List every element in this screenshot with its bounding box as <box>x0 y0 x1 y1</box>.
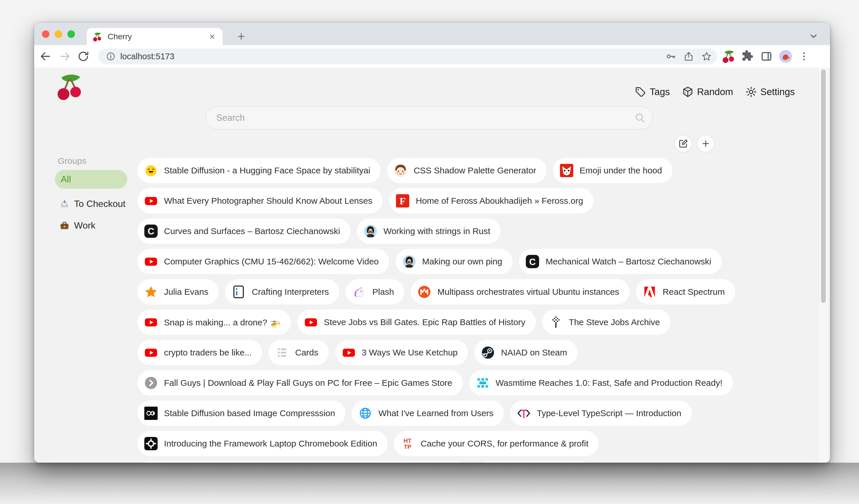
matrix-icon <box>144 407 157 420</box>
cherry-favicon-icon <box>93 32 102 42</box>
cherry-extension-icon[interactable] <box>722 49 736 63</box>
bookmark-pill[interactable]: NAIAD on Steam <box>474 340 577 365</box>
cherry-logo <box>56 72 85 100</box>
bookmark-pill-partial[interactable] <box>475 461 592 463</box>
bookmark-pill[interactable]: Computer Graphics (CMU 15-462/662): Welc… <box>137 249 389 274</box>
bookmark-pill[interactable]: Multipass orchestrates virtual Ubuntu in… <box>411 279 630 304</box>
bookmark-pill-partial[interactable] <box>137 461 469 463</box>
bookmark-pill[interactable]: Making our own ping <box>396 249 513 274</box>
menu-dots-icon[interactable] <box>797 49 811 63</box>
scrollbar-thumb[interactable] <box>821 69 826 303</box>
bookmark-pill[interactable]: Snap is making... a drone? 🚁 <box>137 310 291 335</box>
bookmark-pill[interactable]: What Every Photographer Should Know Abou… <box>137 188 383 214</box>
huggingface-icon <box>144 164 157 177</box>
zoom-window-button[interactable] <box>67 30 75 38</box>
desktop: Cherry <box>0 0 859 504</box>
side-panel-icon[interactable] <box>759 49 773 63</box>
sidebar-item-all[interactable]: All <box>55 170 127 189</box>
tab-close-icon[interactable] <box>208 32 217 41</box>
svg-text:TP: TP <box>404 444 411 450</box>
bookmark-label: Cache your CORS, for performance & profi… <box>421 439 588 448</box>
nav-tags[interactable]: Tags <box>635 86 670 98</box>
bookmark-pill[interactable]: 3 Ways We Use Ketchup <box>335 340 468 365</box>
share-icon[interactable] <box>683 51 694 62</box>
youtube-icon <box>342 346 356 359</box>
edit-button[interactable] <box>674 135 692 153</box>
nav-label: Settings <box>760 86 795 97</box>
top-nav: TagsRandomSettings <box>635 84 795 99</box>
svg-text:F: F <box>400 195 406 206</box>
search-bar <box>205 106 653 129</box>
tab-title: Cherry <box>108 32 132 41</box>
bookmark-pill[interactable]: Emoji under the hood <box>553 158 673 183</box>
new-tab-button[interactable] <box>234 29 249 44</box>
bookmark-pill[interactable]: Plash <box>346 279 404 304</box>
bookmark-pill[interactable]: React Spectrum <box>636 279 735 304</box>
epic-icon <box>144 376 157 390</box>
search-input[interactable] <box>205 106 653 129</box>
unicorn-icon <box>352 285 366 299</box>
bookmark-pill[interactable]: Cards <box>268 340 329 365</box>
url-text[interactable]: localhost:5173 <box>120 52 661 61</box>
bookmark-pill[interactable]: Fall Guys | Download & Play Fall Guys on… <box>137 370 463 396</box>
bookmark-pill[interactable]: Stable Diffusion based Image Compresssio… <box>137 400 345 426</box>
steam-icon <box>481 346 495 359</box>
address-bar[interactable]: localhost:5173 <box>98 49 717 64</box>
browser-tab[interactable]: Cherry <box>87 28 223 45</box>
sidebar-item-work[interactable]: Work <box>55 217 102 234</box>
bookmark-row: Introducing the Framework Laptop Chromeb… <box>137 431 735 456</box>
http-icon: HTTP <box>401 437 414 450</box>
bookmark-pill[interactable]: Stable Diffusion - a Hugging Face Space … <box>137 158 381 183</box>
minimize-window-button[interactable] <box>55 30 62 38</box>
bookmark-row-partial <box>137 461 735 463</box>
bookmark-pill[interactable]: Julia Evans <box>137 279 218 304</box>
bookmark-label: Wasmtime Reaches 1.0: Fast, Safe and Pro… <box>496 378 723 388</box>
bookmark-label: NAIAD on Steam <box>501 348 567 358</box>
bookmark-label: Making our own ping <box>422 257 502 266</box>
tab-strip: Cherry <box>34 22 830 45</box>
bookmark-star-icon[interactable] <box>701 51 712 62</box>
nav-settings[interactable]: Settings <box>745 86 795 98</box>
sidebar-item-to-checkout[interactable]: To Checkout <box>55 196 132 212</box>
back-button[interactable] <box>39 49 52 63</box>
bookmark-pill[interactable]: Wasmtime Reaches 1.0: Fast, Safe and Pro… <box>469 370 733 396</box>
bookmark-label: What I've Learned from Users <box>378 408 494 418</box>
bookmark-pill[interactable]: CMechanical Watch – Bartosz Ciechanowski <box>519 249 721 274</box>
bookmark-label: Mechanical Watch – Bartosz Ciechanowski <box>545 257 711 266</box>
ciechanowski-icon: C <box>526 255 539 268</box>
bookmark-pill[interactable]: CSS Shadow Palette Generator <box>387 158 547 183</box>
bookmark-label: What Every Photographer Should Know Abou… <box>164 196 372 206</box>
bookmark-row: CCurves and Surfaces – Bartosz Ciechanow… <box>137 219 735 244</box>
bookmark-pill[interactable]: The Steve Jobs Archive <box>542 310 670 335</box>
bookmark-pill[interactable]: crypto traders be like... <box>137 340 262 365</box>
bookmark-pill[interactable]: Introducing the Framework Laptop Chromeb… <box>137 431 388 456</box>
bookmark-pill[interactable]: Type-Level TypeScript — Introduction <box>510 400 692 426</box>
site-info-icon[interactable] <box>105 51 116 62</box>
avatar-amos-icon <box>403 255 416 268</box>
bookmark-pill[interactable]: Crafting Interpreters <box>225 279 339 304</box>
profile-avatar[interactable] <box>779 49 793 63</box>
password-key-icon[interactable] <box>665 51 676 62</box>
bookmark-pill[interactable]: What I've Learned from Users <box>352 400 504 426</box>
bookmark-pill[interactable]: Working with strings in Rust <box>357 219 501 244</box>
desktop-wallpaper <box>0 463 859 504</box>
reload-button[interactable] <box>76 49 90 63</box>
close-window-button[interactable] <box>42 30 49 38</box>
nav-label: Random <box>697 86 733 97</box>
tabstrip-chevron-icon[interactable] <box>807 30 820 43</box>
bookmark-pill[interactable]: CCurves and Surfaces – Bartosz Ciechanow… <box>137 219 350 244</box>
bookmark-label: crypto traders be like... <box>164 348 252 358</box>
wasmtime-icon <box>476 376 489 390</box>
extensions-puzzle-icon[interactable] <box>741 49 755 63</box>
bookmark-pill[interactable]: FHome of Feross Aboukhadijeh » Feross.or… <box>389 188 593 214</box>
youtube-icon <box>304 316 318 329</box>
bookmark-pill[interactable]: HTTPCache your CORS, for performance & p… <box>394 431 599 456</box>
bookmark-pill[interactable]: Steve Jobs vs Bill Gates. Epic Rap Battl… <box>297 310 536 335</box>
forward-button[interactable] <box>58 49 72 63</box>
youtube-icon <box>144 316 157 329</box>
add-bookmark-button[interactable] <box>697 135 715 153</box>
nav-random[interactable]: Random <box>682 86 733 98</box>
bookmark-label: Stable Diffusion - a Hugging Face Space … <box>164 166 370 175</box>
bookmark-label: Type-Level TypeScript — Introduction <box>537 408 681 418</box>
bookmark-label: Home of Feross Aboukhadijeh » Feross.org <box>416 196 583 206</box>
